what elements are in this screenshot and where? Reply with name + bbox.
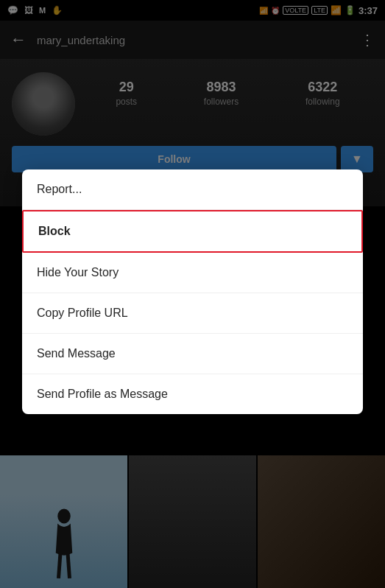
context-menu: Report... Block Hide Your Story Copy Pro… — [22, 169, 363, 414]
menu-item-hide-story[interactable]: Hide Your Story — [22, 253, 363, 293]
menu-item-copy-url[interactable]: Copy Profile URL — [22, 293, 363, 334]
menu-item-report[interactable]: Report... — [22, 169, 363, 210]
menu-item-send-profile-label: Send Profile as Message — [37, 388, 168, 401]
menu-item-send-message[interactable]: Send Message — [22, 334, 363, 374]
menu-item-report-label: Report... — [37, 183, 82, 196]
menu-item-block-label: Block — [38, 225, 71, 238]
menu-item-block[interactable]: Block — [22, 210, 363, 253]
menu-item-hide-story-label: Hide Your Story — [37, 266, 119, 279]
menu-item-send-profile[interactable]: Send Profile as Message — [22, 374, 363, 414]
menu-item-copy-url-label: Copy Profile URL — [37, 307, 128, 320]
menu-item-send-message-label: Send Message — [37, 347, 116, 360]
